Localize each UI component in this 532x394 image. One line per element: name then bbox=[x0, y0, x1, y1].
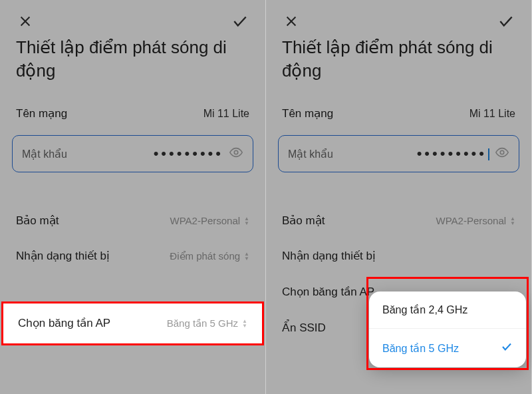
device-id-label: Nhận dạng thiết bị bbox=[16, 249, 110, 264]
network-name-value: Mi 11 Lite bbox=[203, 108, 249, 120]
hide-ssid-label: Ẩn SSID bbox=[282, 321, 326, 335]
password-input[interactable]: Mật khẩu ••••••••• bbox=[278, 135, 519, 172]
hide-ssid-value: Tắt ▲▼ bbox=[225, 330, 249, 342]
password-dots: ••••••••• bbox=[417, 145, 489, 162]
page-title: Thiết lập điểm phát sóng di động bbox=[0, 36, 265, 96]
network-name-row[interactable]: Tên mạng Mi 11 Lite bbox=[266, 96, 531, 131]
ap-band-label: Chọn băng tần AP bbox=[282, 285, 374, 299]
password-label: Mật khẩu bbox=[22, 148, 67, 160]
hide-ssid-row[interactable]: Ẩn SSID Tắt ▲▼ bbox=[0, 318, 265, 353]
eye-icon[interactable] bbox=[495, 145, 509, 162]
popup-option-5ghz[interactable]: Băng tần 5 GHz bbox=[369, 328, 526, 367]
confirm-icon[interactable] bbox=[497, 12, 515, 31]
security-label: Bảo mật bbox=[282, 214, 325, 228]
close-icon[interactable] bbox=[282, 12, 301, 31]
chevron-sort-icon: ▲▼ bbox=[244, 252, 249, 261]
network-name-label: Tên mạng bbox=[282, 106, 333, 120]
screen-right: Thiết lập điểm phát sóng di động Tên mạn… bbox=[266, 0, 532, 394]
security-value: WPA2-Personal ▲▼ bbox=[170, 215, 249, 226]
security-row[interactable]: Bảo mật WPA2-Personal ▲▼ bbox=[0, 203, 265, 238]
confirm-icon[interactable] bbox=[231, 12, 249, 31]
eye-icon[interactable] bbox=[229, 145, 243, 162]
ap-band-popup: Băng tần 2,4 GHz Băng tần 5 GHz bbox=[369, 292, 526, 367]
hide-ssid-label: Ẩn SSID bbox=[16, 329, 60, 343]
screen-left: Thiết lập điểm phát sóng di động Tên mạn… bbox=[0, 0, 266, 394]
network-name-label: Tên mạng bbox=[16, 106, 67, 120]
network-name-value: Mi 11 Lite bbox=[469, 108, 515, 120]
device-id-label: Nhận dạng thiết bị bbox=[282, 249, 376, 264]
chevron-sort-icon: ▲▼ bbox=[244, 216, 249, 226]
popup-option-label: Băng tần 2,4 GHz bbox=[382, 303, 467, 316]
security-label: Bảo mật bbox=[16, 214, 59, 228]
security-value: WPA2-Personal ▲▼ bbox=[436, 215, 515, 226]
security-row[interactable]: Bảo mật WPA2-Personal ▲▼ bbox=[266, 203, 531, 238]
chevron-sort-icon: ▲▼ bbox=[510, 216, 515, 226]
svg-point-5 bbox=[500, 150, 504, 154]
text-cursor bbox=[488, 148, 489, 160]
password-input[interactable]: Mật khẩu ••••••••• bbox=[12, 135, 253, 172]
password-label: Mật khẩu bbox=[288, 148, 333, 160]
popup-option-label: Băng tần 5 GHz bbox=[382, 342, 459, 355]
svg-point-2 bbox=[234, 150, 238, 154]
page-title: Thiết lập điểm phát sóng di động bbox=[266, 36, 531, 96]
device-id-row[interactable]: Nhận dạng thiết bị bbox=[266, 238, 531, 274]
check-icon bbox=[501, 341, 513, 355]
close-icon[interactable] bbox=[16, 12, 35, 31]
device-id-row[interactable]: Nhận dạng thiết bị Điểm phát sóng ▲▼ bbox=[0, 238, 265, 274]
network-name-row[interactable]: Tên mạng Mi 11 Lite bbox=[0, 96, 265, 131]
password-dots: ••••••••• bbox=[154, 145, 223, 162]
chevron-sort-icon: ▲▼ bbox=[244, 331, 249, 341]
popup-option-24ghz[interactable]: Băng tần 2,4 GHz bbox=[369, 292, 526, 328]
device-id-value: Điểm phát sóng ▲▼ bbox=[170, 250, 249, 262]
